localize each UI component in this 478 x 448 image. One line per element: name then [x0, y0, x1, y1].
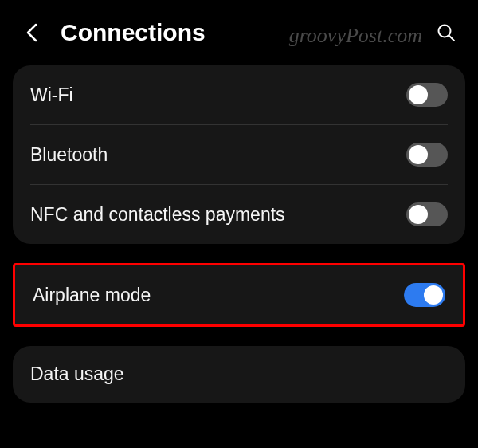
toggle-knob	[409, 205, 428, 224]
setting-label: Wi-Fi	[30, 84, 73, 106]
search-icon[interactable]	[437, 23, 456, 42]
toggle-knob	[409, 85, 428, 104]
setting-label: NFC and contactless payments	[30, 204, 285, 226]
toggle-knob	[424, 285, 443, 305]
toggle-bluetooth[interactable]	[406, 143, 448, 167]
setting-row-data-usage[interactable]: Data usage	[13, 346, 465, 403]
svg-line-1	[449, 36, 454, 41]
back-icon[interactable]	[22, 23, 41, 42]
header: Connections	[0, 0, 478, 65]
toggle-knob	[409, 145, 428, 164]
svg-point-0	[439, 26, 451, 37]
page-title: Connections	[61, 19, 417, 46]
setting-label: Bluetooth	[30, 144, 108, 166]
setting-label: Airplane mode	[33, 285, 151, 306]
toggle-wifi[interactable]	[406, 83, 448, 107]
setting-row-bluetooth[interactable]: Bluetooth	[13, 125, 465, 184]
settings-group-airplane: Airplane mode	[13, 263, 465, 327]
settings-group: Data usage	[13, 346, 465, 403]
setting-row-wifi[interactable]: Wi-Fi	[13, 65, 465, 124]
setting-row-nfc[interactable]: NFC and contactless payments	[13, 185, 465, 244]
setting-label: Data usage	[30, 364, 124, 385]
setting-row-airplane[interactable]: Airplane mode	[15, 265, 463, 324]
settings-group: Wi-Fi Bluetooth NFC and contactless paym…	[13, 65, 465, 244]
toggle-nfc[interactable]	[406, 202, 448, 226]
toggle-airplane[interactable]	[404, 283, 445, 307]
